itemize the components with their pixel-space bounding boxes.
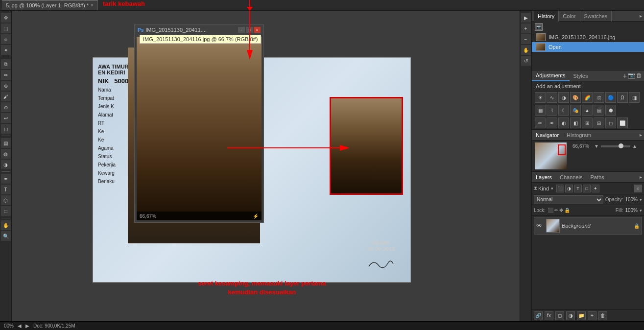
gradient-tool[interactable]: ▤ xyxy=(1,138,11,148)
eraser-tool[interactable]: ◻ xyxy=(1,124,11,134)
adj-grid-icon[interactable]: ⊞ xyxy=(582,118,593,128)
adj-vibrance-icon[interactable]: 🎨 xyxy=(570,92,581,103)
lb-mask-btn[interactable]: ◻ xyxy=(555,311,564,320)
crop-tool[interactable]: ⧉ xyxy=(1,59,11,69)
fw-tooltip-text: IMG_20151130_204116.jpg @ 66,7% (RGB/8#) xyxy=(143,36,258,42)
lasso-tool[interactable]: ⌾ xyxy=(1,34,11,44)
adj-stamp-icon[interactable]: ◻ xyxy=(605,118,616,128)
adj-brightness-icon[interactable]: ☀ xyxy=(535,92,546,103)
lb-fx-btn[interactable]: fx xyxy=(545,311,553,320)
layer-background-name: Background xyxy=(562,223,632,229)
history-item-2[interactable]: Open xyxy=(532,42,644,52)
pen-tool[interactable]: ✒ xyxy=(1,174,11,184)
bottom-arrow-right[interactable]: ▶ xyxy=(25,323,29,329)
tab-color[interactable]: Color xyxy=(559,11,580,22)
adj-photo-filter-icon[interactable]: 🔵 xyxy=(605,92,616,103)
nav-zoom-decrease[interactable]: ▼ xyxy=(594,143,599,149)
magic-wand-tool[interactable]: ✦ xyxy=(1,45,11,55)
blur-tool[interactable]: ◍ xyxy=(1,149,11,159)
adj-tone-icon[interactable]: ◐ xyxy=(558,118,569,128)
tab-styles[interactable]: Styles xyxy=(570,71,592,81)
fill-dropdown[interactable]: ▾ xyxy=(640,208,642,213)
adj-selective-icon[interactable]: ⬟ xyxy=(605,105,616,116)
eyedropper-tool[interactable]: ✏ xyxy=(1,70,11,80)
adj-shadows-icon[interactable]: ☾ xyxy=(558,105,569,116)
adj-camera-icon[interactable]: 📷 xyxy=(628,72,635,80)
fw-close-btn[interactable]: × xyxy=(254,27,261,33)
lock-move-icon[interactable]: ✥ xyxy=(559,208,563,213)
tab-paths[interactable]: Paths xyxy=(587,172,608,183)
panel-play-btn[interactable]: ▶ xyxy=(521,13,531,23)
nav-zoom-increase[interactable]: ▲ xyxy=(632,143,637,149)
fw-minimize-btn[interactable]: − xyxy=(238,27,245,33)
layer-visibility-icon[interactable]: 👁 xyxy=(536,222,544,229)
history-item-1[interactable]: IMG_20151130_204116.jpg xyxy=(532,32,644,42)
bottom-arrow-left[interactable]: ◀ xyxy=(18,323,22,329)
dodge-tool[interactable]: ◑ xyxy=(1,160,11,169)
move-tool[interactable]: ✥ xyxy=(1,13,11,23)
tab-history[interactable]: History xyxy=(534,11,559,22)
text-tool[interactable]: T xyxy=(1,185,11,194)
lock-all-icon[interactable]: 🔒 xyxy=(564,208,570,213)
adj-square2-icon[interactable]: ⬜ xyxy=(617,118,628,128)
lfi-adjust[interactable]: ◑ xyxy=(565,185,573,192)
lb-new-layer-btn[interactable]: + xyxy=(588,311,596,320)
adj-add-icon[interactable]: + xyxy=(623,72,627,80)
panel-hand[interactable]: ✋ xyxy=(521,45,531,55)
panel-zoom-in[interactable]: + xyxy=(521,24,531,33)
adj-levels-icon[interactable]: ▦ xyxy=(535,105,546,116)
adj-hsl-icon[interactable]: 🌈 xyxy=(582,92,593,103)
adj-pattern-icon[interactable]: ⊟ xyxy=(594,118,604,128)
lb-delete-btn[interactable]: 🗑 xyxy=(598,311,607,320)
history-brush-tool[interactable]: ↩ xyxy=(1,113,11,123)
lb-folder-btn[interactable]: 📁 xyxy=(577,311,586,320)
tab-file1[interactable]: 5.jpg @ 100% (Layer 1, RGB/8#) * × xyxy=(2,0,98,10)
nav-zoom-slider[interactable] xyxy=(601,145,630,147)
layer-row-background[interactable]: 👁 Background 🔒 xyxy=(534,217,642,235)
path-select-tool[interactable]: ⬡ xyxy=(1,195,11,205)
adj-invert-icon[interactable]: ◨ xyxy=(629,92,640,103)
adj-bw-icon[interactable]: ◧ xyxy=(570,118,581,128)
tab-layers[interactable]: Layers xyxy=(532,172,556,183)
brush-tool[interactable]: 🖌 xyxy=(1,92,11,101)
adj-gradient-map-icon[interactable]: ▤ xyxy=(594,105,604,116)
lock-pixel-icon[interactable]: ⬛ xyxy=(548,208,553,213)
lfi-pixel[interactable]: ⬛ xyxy=(556,185,564,192)
lfi-text[interactable]: T xyxy=(574,185,582,192)
clone-stamp-tool[interactable]: ⊙ xyxy=(1,102,11,112)
opacity-dropdown[interactable]: ▾ xyxy=(640,197,642,202)
floating-window-titlebar[interactable]: Ps IMG_20151130_20411.... − □ × xyxy=(135,25,263,35)
adj-pencil-icon[interactable]: ✏ xyxy=(535,118,546,128)
adj-curves2-icon[interactable]: ⌇ xyxy=(547,105,557,116)
tab-swatches[interactable]: Swatches xyxy=(580,11,612,22)
tab-histogram[interactable]: Histogram xyxy=(563,130,595,141)
lfi-shape[interactable]: □ xyxy=(583,185,591,192)
tab-adjustments[interactable]: Adjustments xyxy=(532,71,570,81)
lb-adjustment-btn[interactable]: ◑ xyxy=(566,311,575,320)
lb-link-btn[interactable]: 🔗 xyxy=(534,311,543,320)
panel-rotate[interactable]: ↺ xyxy=(521,56,531,66)
panel-zoom-out[interactable]: − xyxy=(521,34,531,44)
lock-position-icon[interactable]: ✏ xyxy=(554,208,558,213)
floating-window[interactable]: Ps IMG_20151130_20411.... − □ × IMG_2015… xyxy=(134,24,264,223)
adj-curves-icon[interactable]: ∿ xyxy=(547,92,557,103)
tab1-close[interactable]: × xyxy=(91,2,94,8)
tab-channels[interactable]: Channels xyxy=(556,172,586,183)
marquee-tool[interactable]: ⬚ xyxy=(1,24,11,33)
lfi-toggle[interactable]: ○ xyxy=(634,185,642,192)
adj-pen2-icon[interactable]: ✒ xyxy=(547,118,557,128)
lfi-smart[interactable]: ✦ xyxy=(592,185,599,192)
hand-tool[interactable]: ✋ xyxy=(1,220,11,230)
blend-mode-select[interactable]: Normal xyxy=(534,195,603,204)
fw-restore-btn[interactable]: □ xyxy=(246,27,253,33)
tab-navigator[interactable]: Navigator xyxy=(532,130,563,141)
adj-threshold-icon[interactable]: ▲ xyxy=(582,105,593,116)
adj-colorbalance-icon[interactable]: ⚖ xyxy=(594,92,604,103)
adj-posterize-icon[interactable]: 🎭 xyxy=(570,105,581,116)
spot-heal-tool[interactable]: ⊕ xyxy=(1,81,11,91)
adj-exposure-icon[interactable]: ◑ xyxy=(558,92,569,103)
shape-tool[interactable]: □ xyxy=(1,206,11,216)
zoom-tool[interactable]: 🔍 xyxy=(1,231,11,241)
adj-channel-icon[interactable]: Ω xyxy=(617,92,628,103)
adj-trash-icon[interactable]: 🗑 xyxy=(636,72,642,80)
